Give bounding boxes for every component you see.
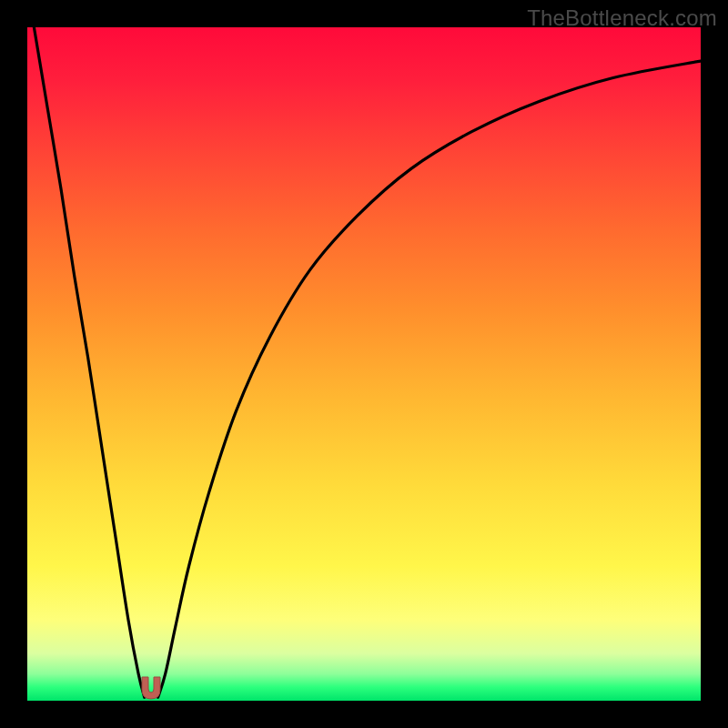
- left-branch-line: [34, 27, 144, 697]
- right-branch-line: [158, 61, 701, 697]
- plot-area: [27, 27, 701, 701]
- chart-stage: TheBottleneck.com: [0, 0, 728, 728]
- curve-layer: [27, 27, 701, 701]
